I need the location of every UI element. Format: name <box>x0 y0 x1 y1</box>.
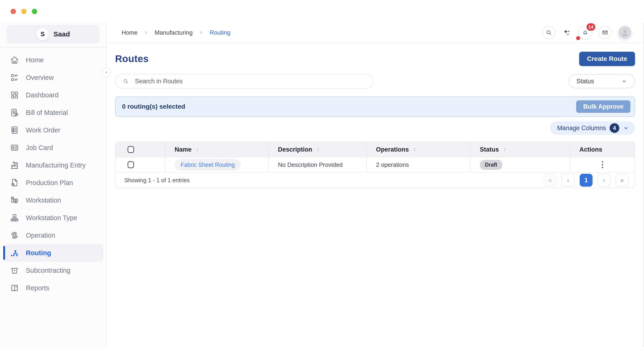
sidebar-item-workstation-type[interactable]: Workstation Type <box>0 209 106 226</box>
sidebar-item-label: Home <box>26 56 44 64</box>
column-header-status[interactable]: Status <box>470 142 570 157</box>
content: Routes Create Route Status 0 routing(s) … <box>107 43 644 347</box>
chevron-down-icon <box>623 125 629 131</box>
route-operations: 2 operations <box>366 157 470 172</box>
column-header-name[interactable]: Name <box>165 142 268 157</box>
chevron-left-icon <box>104 70 109 75</box>
search-icon <box>122 78 129 84</box>
user-avatar: S <box>36 28 49 40</box>
chevron-right-icon <box>198 30 204 35</box>
sidebar-item-label: Overview <box>26 74 54 82</box>
ai-assistant-button[interactable] <box>562 27 572 38</box>
sidebar-item-label: Workstation <box>26 196 61 204</box>
column-header-description[interactable]: Description <box>268 142 366 157</box>
manage-columns-button[interactable]: Manage Columns 4 <box>550 121 635 135</box>
breadcrumb-manufacturing[interactable]: Manufacturing <box>154 29 192 36</box>
next-page-button[interactable]: › <box>598 174 610 187</box>
search-icon <box>545 29 552 36</box>
sort-icon[interactable] <box>502 147 507 152</box>
sidebar-item-routing[interactable]: Routing <box>3 244 103 262</box>
sort-icon[interactable] <box>412 147 417 152</box>
sidebar-item-work-order[interactable]: Work Order <box>0 121 106 139</box>
manufacturing-entry-icon <box>10 160 20 170</box>
sidebar-item-label: Production Plan <box>26 179 73 187</box>
column-header-operations[interactable]: Operations <box>366 142 470 157</box>
messages-button[interactable] <box>598 26 612 39</box>
sidebar-item-bill-of-material[interactable]: Bill of Material <box>0 104 106 121</box>
sidebar-item-workstation[interactable]: Workstation <box>0 192 106 209</box>
create-route-button[interactable]: Create Route <box>579 52 635 66</box>
bulk-approve-button[interactable]: Bulk Approve <box>576 100 630 113</box>
work-order-icon <box>10 125 20 135</box>
sidebar-item-label: Routing <box>26 249 51 257</box>
close-window-button[interactable] <box>10 9 16 14</box>
selection-bar: 0 routing(s) selected Bulk Approve <box>115 96 635 117</box>
manage-columns-label: Manage Columns <box>557 124 606 132</box>
page-1-button[interactable]: 1 <box>580 174 592 187</box>
sidebar-item-overview[interactable]: Overview <box>0 69 106 86</box>
first-page-button[interactable]: « <box>544 174 556 187</box>
dashboard-icon <box>10 90 20 100</box>
route-name-link[interactable]: Fabric Sheet Routing <box>174 159 241 170</box>
row-actions-menu-button[interactable] <box>598 160 606 170</box>
sidebar-item-reports[interactable]: Reports <box>0 279 106 297</box>
sidebar-item-subcontracting[interactable]: Subcontracting <box>0 262 106 279</box>
sidebar-collapse-button[interactable] <box>102 68 111 77</box>
main-header: Home Manufacturing Routing 14 <box>107 22 644 43</box>
profile-avatar[interactable] <box>618 26 632 40</box>
selection-count-text: 0 routing(s) selected <box>122 103 185 110</box>
sidebar-item-label: Dashboard <box>26 91 58 99</box>
job-card-icon <box>10 143 20 152</box>
topbar-actions: 14 <box>542 26 632 40</box>
user-card[interactable]: S Saad <box>7 25 100 44</box>
column-header-actions: Actions <box>570 142 634 157</box>
entries-summary: Showing 1 - 1 of 1 entries <box>124 177 190 184</box>
status-filter-label: Status <box>576 78 594 85</box>
pagination: « ‹ 1 › » <box>544 174 628 187</box>
sort-icon[interactable] <box>316 147 320 152</box>
overview-icon <box>10 73 20 82</box>
chevron-down-icon <box>621 78 627 84</box>
sidebar-item-manufacturing-entry[interactable]: Manufacturing Entry <box>0 156 106 174</box>
sidebar-item-label: Workstation Type <box>26 214 77 222</box>
sidebar-item-home[interactable]: Home <box>0 51 106 69</box>
person-icon <box>620 28 630 37</box>
notification-dot <box>576 36 580 40</box>
zoom-window-button[interactable] <box>32 9 37 14</box>
sidebar-menu: Home Overview Dashboard Bill of Material… <box>0 48 106 297</box>
search-input[interactable] <box>135 78 366 85</box>
notifications-button[interactable]: 14 <box>578 26 592 40</box>
sidebar-item-operation[interactable]: Operation <box>0 226 106 244</box>
sidebar-item-label: Operation <box>26 232 55 239</box>
sort-icon[interactable] <box>195 147 200 152</box>
breadcrumb: Home Manufacturing Routing <box>122 29 230 36</box>
select-all-checkbox[interactable] <box>128 146 134 153</box>
row-checkbox[interactable] <box>128 161 134 168</box>
notification-count-badge: 14 <box>586 22 596 32</box>
routing-icon <box>10 248 20 258</box>
reports-icon <box>10 283 20 293</box>
sidebar-item-production-plan[interactable]: Production Plan <box>0 174 106 192</box>
visible-columns-count-badge: 4 <box>610 123 619 133</box>
breadcrumb-current: Routing <box>210 29 230 36</box>
last-page-button[interactable]: » <box>616 174 628 187</box>
user-name: Saad <box>54 30 70 38</box>
table-header-row: Name Description Operations Status <box>116 142 634 157</box>
home-icon <box>10 55 20 65</box>
sidebar-item-label: Subcontracting <box>26 267 70 274</box>
operation-icon <box>10 230 20 240</box>
breadcrumb-home[interactable]: Home <box>122 29 138 36</box>
status-filter-dropdown[interactable]: Status <box>568 74 635 88</box>
search-button[interactable] <box>542 26 556 39</box>
sidebar-item-job-card[interactable]: Job Card <box>0 139 106 156</box>
bill-of-material-icon <box>10 108 20 118</box>
sidebar-item-dashboard[interactable]: Dashboard <box>0 86 106 104</box>
routes-table: Name Description Operations Status <box>115 142 635 188</box>
previous-page-button[interactable]: ‹ <box>562 174 574 187</box>
mail-icon <box>602 29 608 36</box>
search-box <box>115 74 374 88</box>
page-title: Routes <box>115 53 148 64</box>
sidebar-item-label: Manufacturing Entry <box>26 162 86 169</box>
minimize-window-button[interactable] <box>21 9 26 14</box>
production-plan-icon <box>10 178 20 188</box>
